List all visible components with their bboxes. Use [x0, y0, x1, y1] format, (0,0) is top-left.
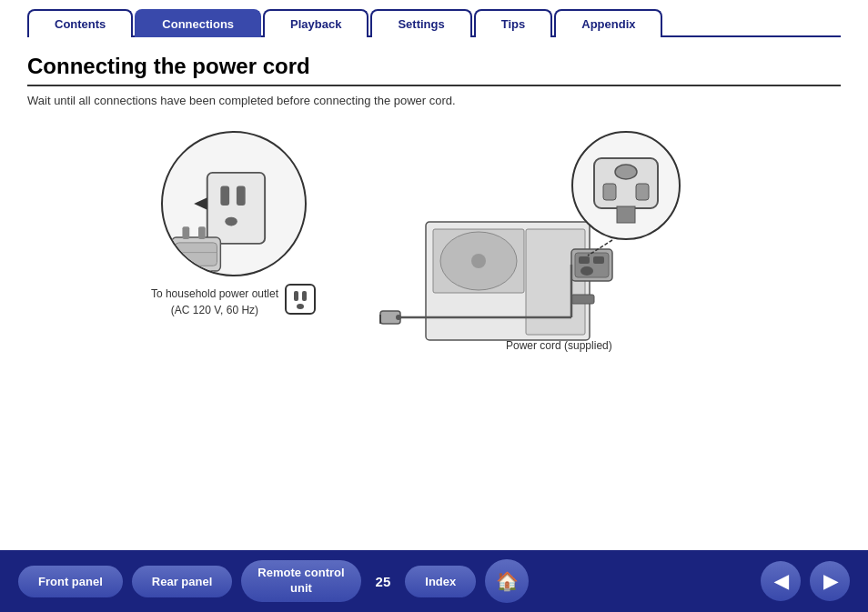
- rear-panel-button[interactable]: Rear panel: [132, 566, 232, 597]
- outlet-symbol: [284, 283, 317, 316]
- front-panel-button[interactable]: Front panel: [18, 566, 123, 597]
- nav-tabs: Contents Connections Playback Settings T…: [0, 0, 868, 35]
- svg-rect-23: [526, 229, 585, 335]
- left-diagram: To household power outlet (AC 120 V, 60 …: [151, 131, 317, 318]
- home-button[interactable]: 🏠: [485, 559, 529, 603]
- svg-rect-29: [571, 295, 594, 304]
- back-arrow-icon: ◀: [774, 570, 788, 592]
- svg-rect-26: [579, 256, 590, 264]
- svg-rect-6: [182, 226, 189, 239]
- tab-contents[interactable]: Contents: [27, 9, 133, 37]
- svg-point-13: [297, 304, 304, 309]
- svg-rect-0: [207, 173, 265, 244]
- subtitle-text: Wait until all connections have been com…: [27, 94, 841, 107]
- svg-rect-7: [198, 226, 206, 239]
- connector-zoom-circle: [571, 131, 681, 240]
- svg-rect-11: [294, 291, 298, 301]
- tab-playback[interactable]: Playback: [263, 9, 368, 37]
- diagram-area: To household power outlet (AC 120 V, 60 …: [27, 122, 841, 395]
- svg-rect-1: [220, 186, 229, 206]
- svg-rect-17: [636, 184, 649, 200]
- remote-control-button[interactable]: Remote control unit: [241, 560, 360, 602]
- svg-rect-18: [617, 206, 635, 223]
- page-title: Connecting the power cord: [27, 54, 841, 86]
- back-button[interactable]: ◀: [761, 561, 801, 601]
- page-number: 25: [376, 574, 391, 589]
- svg-rect-2: [237, 186, 246, 206]
- svg-marker-4: [194, 197, 207, 210]
- svg-rect-16: [603, 184, 616, 200]
- home-icon: 🏠: [496, 570, 519, 592]
- tab-appendix[interactable]: Appendix: [554, 9, 662, 37]
- main-content: Connecting the power cord Wait until all…: [0, 37, 868, 404]
- svg-rect-27: [593, 256, 604, 264]
- svg-rect-8: [176, 243, 217, 266]
- outlet-svg: [163, 131, 305, 276]
- svg-point-22: [471, 254, 486, 268]
- connector-zoom-svg: [576, 135, 676, 236]
- outlet-circle: [161, 131, 307, 276]
- svg-point-33: [396, 315, 401, 320]
- svg-text:Power cord (supplied): Power cord (supplied): [506, 339, 612, 352]
- forward-arrow-icon: ▶: [823, 570, 837, 592]
- svg-rect-12: [302, 291, 307, 301]
- svg-rect-10: [286, 285, 315, 314]
- index-button[interactable]: Index: [405, 566, 476, 597]
- svg-point-3: [225, 217, 237, 226]
- tab-tips[interactable]: Tips: [474, 9, 553, 37]
- svg-point-28: [580, 266, 593, 276]
- forward-button[interactable]: ▶: [810, 561, 850, 601]
- right-diagram: Power cord (supplied): [371, 131, 717, 395]
- bottom-nav: Front panel Rear panel Remote control un…: [0, 550, 868, 612]
- left-caption: To household power outlet (AC 120 V, 60 …: [151, 286, 278, 318]
- tab-connections[interactable]: Connections: [135, 9, 261, 37]
- svg-point-15: [615, 165, 637, 179]
- tab-settings[interactable]: Settings: [370, 9, 471, 37]
